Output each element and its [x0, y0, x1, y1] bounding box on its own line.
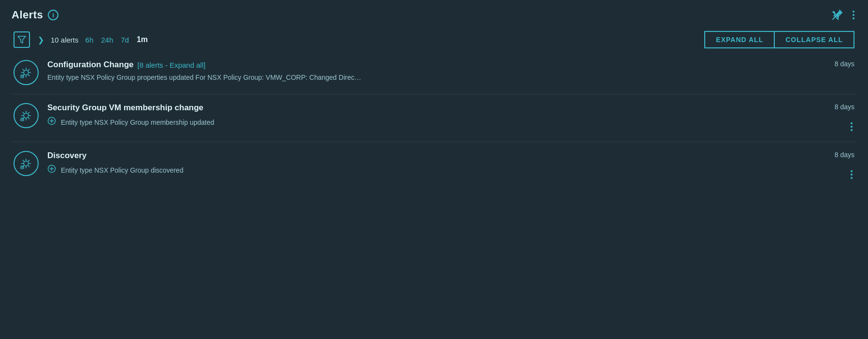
info-icon[interactable]: i: [48, 10, 58, 20]
alert-more-menu[interactable]: [849, 120, 854, 133]
chevron-right-icon: ❯: [38, 35, 44, 44]
alert-title-row: Security Group VM membership change: [47, 103, 807, 113]
alert-icon-discovery: [14, 151, 39, 176]
alert-icon-config-change: [14, 60, 39, 85]
panel-title: Alerts: [12, 9, 43, 21]
header-more-icon[interactable]: [851, 9, 856, 21]
alert-item: Discovery Entity type NSX Policy Group d…: [12, 142, 856, 190]
alert-title-row: Discovery: [47, 151, 807, 161]
panel-title-group: Alerts i: [12, 9, 58, 21]
toolbar: ❯ 10 alerts 6h 24h 7d 1m EXPAND ALL COLL…: [12, 31, 856, 48]
pin-icon[interactable]: [831, 9, 843, 21]
time-filter-6h[interactable]: 6h: [85, 36, 94, 44]
alert-row-main: Configuration Change [8 alerts - Expand …: [14, 60, 854, 85]
alert-title-row: Configuration Change [8 alerts - Expand …: [47, 60, 807, 70]
svg-line-6: [23, 69, 24, 71]
alert-meta: 8 days: [816, 103, 854, 133]
alerts-panel: Alerts i: [0, 0, 868, 339]
svg-line-7: [28, 74, 29, 76]
svg-point-1: [24, 70, 28, 75]
svg-line-18: [23, 112, 24, 114]
alert-more-menu[interactable]: [849, 168, 854, 181]
alert-meta: 8 days: [816, 151, 854, 181]
alert-title: Configuration Change: [47, 60, 133, 70]
alert-content: Discovery Entity type NSX Policy Group d…: [47, 151, 807, 176]
alert-row-main: Security Group VM membership change Enti…: [14, 103, 854, 133]
alert-detail-row: Entity type NSX Policy Group membership …: [47, 117, 807, 128]
alert-detail-text: Entity type NSX Policy Group membership …: [61, 118, 807, 126]
alert-time: 8 days: [835, 103, 854, 111]
svg-line-33: [23, 160, 24, 162]
collapse-all-button[interactable]: COLLAPSE ALL: [774, 31, 854, 48]
panel-header: Alerts i: [12, 9, 856, 21]
svg-line-19: [28, 118, 29, 119]
alert-detail-text: Entity type NSX Policy Group properties …: [47, 74, 807, 81]
alert-time: 8 days: [835, 151, 854, 159]
filter-button[interactable]: [14, 31, 30, 48]
alert-content: Security Group VM membership change Enti…: [47, 103, 807, 128]
svg-marker-0: [18, 36, 26, 43]
toolbar-left: ❯ 10 alerts 6h 24h 7d 1m: [14, 31, 148, 48]
alert-detail-text: Entity type NSX Policy Group discovered: [61, 166, 807, 174]
time-filter-1m[interactable]: 1m: [137, 35, 148, 44]
alert-meta: 8 days: [816, 60, 854, 68]
alert-title: Security Group VM membership change: [47, 103, 203, 113]
alert-item: Security Group VM membership change Enti…: [12, 94, 856, 142]
expand-circle-icon[interactable]: [47, 117, 56, 128]
alert-group-link[interactable]: [8 alerts - Expand all]: [137, 61, 205, 69]
toolbar-right: EXPAND ALL COLLAPSE ALL: [704, 31, 854, 48]
svg-line-20: [28, 112, 29, 114]
alerts-count: 10 alerts: [51, 36, 79, 44]
alert-row-main: Discovery Entity type NSX Policy Group d…: [14, 151, 854, 181]
expand-all-button[interactable]: EXPAND ALL: [704, 31, 774, 48]
svg-point-13: [24, 113, 28, 118]
expand-circle-icon[interactable]: [47, 164, 56, 176]
alert-item: Configuration Change [8 alerts - Expand …: [12, 58, 856, 94]
alert-title: Discovery: [47, 151, 86, 161]
time-filter-7d[interactable]: 7d: [121, 36, 129, 44]
alert-detail-row: Entity type NSX Policy Group properties …: [47, 74, 807, 81]
svg-line-8: [28, 69, 29, 71]
svg-line-34: [28, 165, 29, 167]
alerts-list: Configuration Change [8 alerts - Expand …: [12, 58, 856, 190]
alert-detail-row: Entity type NSX Policy Group discovered: [47, 164, 807, 176]
alert-content: Configuration Change [8 alerts - Expand …: [47, 60, 807, 81]
time-filter-24h[interactable]: 24h: [101, 36, 113, 44]
time-filter-group: 6h 24h 7d 1m: [85, 35, 148, 44]
svg-line-35: [28, 160, 29, 162]
alert-time: 8 days: [835, 60, 854, 68]
alert-icon-security-group: [14, 103, 39, 128]
svg-point-28: [24, 161, 28, 166]
panel-header-actions: [831, 9, 856, 21]
